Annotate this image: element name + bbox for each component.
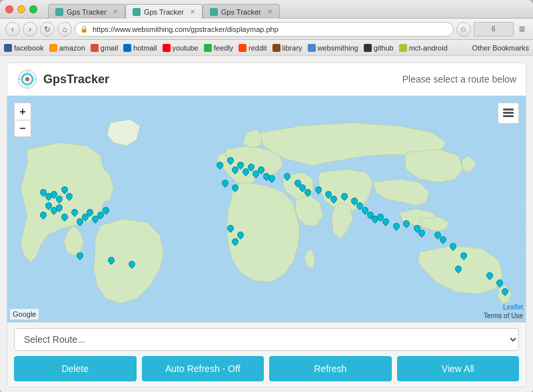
refresh-nav-button[interactable]: ↻ [40, 22, 55, 37]
map-attribution: Leaflet Terms of Use [484, 303, 523, 319]
tab-close-1[interactable]: ✕ [113, 8, 118, 15]
bookmark-feedly[interactable]: feedly [204, 44, 233, 52]
bookmark-amazon[interactable]: amazon [49, 44, 85, 52]
nav-bar: ‹ › ↻ ⌂ 🔒 ☆ 6 ≡ [0, 19, 533, 40]
terms-of-use[interactable]: Terms of Use [484, 312, 523, 319]
browser-window: Gps Tracker ✕ Gps Tracker ✕ Gps Tracker … [0, 0, 533, 392]
leaflet-link[interactable]: Leaflet [503, 303, 523, 311]
bookmark-favicon-gmail [91, 44, 99, 52]
home-button[interactable]: ⌂ [57, 22, 72, 37]
bookmark-library[interactable]: library [272, 44, 302, 52]
bookmark-other[interactable]: Other Bookmarks [472, 44, 529, 52]
bookmark-github[interactable]: github [364, 44, 394, 52]
layers-icon [502, 108, 515, 118]
tab-2[interactable]: Gps Tracker ✕ [125, 4, 203, 19]
tab-favicon-3 [210, 8, 218, 16]
tab-label-3: Gps Tracker [221, 8, 261, 16]
bookmarks-bar: facebook amazon gmail hotmail youtube fe… [0, 40, 533, 56]
back-button[interactable]: ‹ [5, 22, 20, 37]
bookmark-favicon-library [272, 44, 280, 52]
tab-close-3[interactable]: ✕ [267, 8, 272, 15]
tab-favicon-1 [55, 8, 63, 16]
lock-icon: 🔒 [80, 25, 88, 33]
bookmark-favicon-amazon [49, 44, 57, 52]
svg-rect-15 [503, 112, 514, 114]
tab-3[interactable]: Gps Tracker ✕ [203, 4, 280, 19]
bookmark-facebook[interactable]: facebook [4, 44, 44, 52]
minimize-button[interactable] [17, 5, 25, 13]
app-logo: GpsTracker [17, 69, 109, 90]
map-layer-button[interactable] [498, 102, 519, 124]
world-map [7, 96, 526, 322]
tab-1[interactable]: Gps Tracker ✕ [48, 4, 125, 19]
bookmark-youtube[interactable]: youtube [163, 44, 199, 52]
bookmark-favicon-reddit [239, 44, 247, 52]
refresh-button[interactable]: Refresh [269, 356, 392, 381]
app-header: GpsTracker Please select a route below [7, 63, 526, 96]
bottom-controls: Select Route... Delete Auto Refresh - Of… [7, 322, 526, 387]
extensions-area: 6 [474, 22, 514, 37]
route-select-wrapper: Select Route... [14, 328, 519, 351]
bookmark-favicon-feedly [204, 44, 212, 52]
tab-label-1: Gps Tracker [67, 8, 107, 16]
app-subtitle: Please select a route below [402, 74, 516, 85]
title-bar: Gps Tracker ✕ Gps Tracker ✕ Gps Tracker … [0, 0, 533, 19]
menu-button[interactable]: ≡ [516, 23, 528, 35]
zoom-out-button[interactable]: − [14, 120, 31, 137]
bookmarks-star[interactable]: ☆ [456, 22, 471, 37]
maximize-button[interactable] [29, 5, 37, 13]
map-container[interactable]: + − Google Leaflet [7, 96, 526, 322]
route-select[interactable]: Select Route... [14, 328, 519, 351]
bookmark-websmithing[interactable]: websmithing [308, 44, 358, 52]
address-bar[interactable] [75, 22, 454, 37]
svg-rect-16 [503, 115, 514, 117]
bookmark-reddit[interactable]: reddit [239, 44, 267, 52]
bookmark-favicon-github [364, 44, 372, 52]
tab-favicon-2 [133, 8, 141, 16]
bookmark-favicon-hotmail [123, 44, 131, 52]
bookmark-mct-android[interactable]: mct-android [399, 44, 448, 52]
logo-icon [17, 69, 38, 90]
map-controls: + − [14, 102, 31, 137]
bookmark-favicon-mct-android [399, 44, 407, 52]
close-button[interactable] [5, 5, 13, 13]
tabs-bar: Gps Tracker ✕ Gps Tracker ✕ Gps Tracker … [48, 0, 280, 18]
app-container: GpsTracker Please select a route below [7, 63, 526, 387]
forward-button[interactable]: › [23, 22, 37, 37]
bookmark-favicon-websmithing [308, 44, 316, 52]
action-buttons: Delete Auto Refresh - Off Refresh View A… [14, 356, 519, 381]
bookmark-hotmail[interactable]: hotmail [123, 44, 157, 52]
tab-label-2: Gps Tracker [144, 8, 184, 16]
bookmark-favicon-facebook [4, 44, 12, 52]
view-all-button[interactable]: View All [397, 356, 520, 381]
google-label: Google [10, 309, 39, 319]
tab-close-2[interactable]: ✕ [190, 8, 195, 15]
auto-refresh-button[interactable]: Auto Refresh - Off [142, 356, 265, 381]
delete-button[interactable]: Delete [14, 356, 137, 381]
bookmark-gmail[interactable]: gmail [91, 44, 118, 52]
svg-point-2 [25, 77, 29, 81]
window-buttons [5, 5, 37, 13]
address-wrapper: 🔒 [75, 22, 454, 37]
svg-rect-14 [503, 108, 514, 110]
zoom-in-button[interactable]: + [14, 102, 31, 120]
app-title: GpsTracker [43, 73, 109, 87]
bookmark-favicon-youtube [163, 44, 171, 52]
content-area: GpsTracker Please select a route below [0, 56, 533, 392]
